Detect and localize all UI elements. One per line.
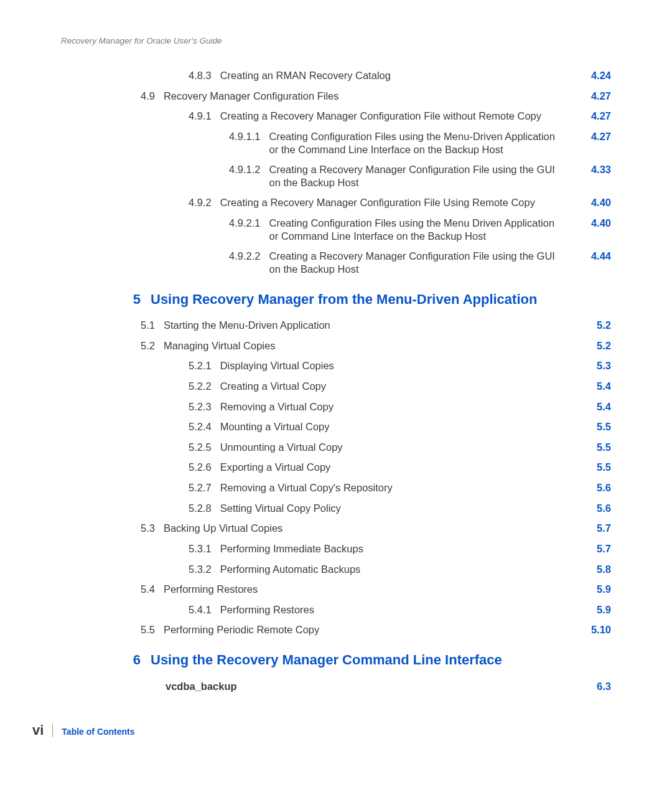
document-page: Recovery Manager for Oracle User's Guide…	[0, 0, 672, 807]
toc-chapter-number: 6	[121, 651, 141, 669]
toc-entry-label: Performing Periodic Remote Copy	[164, 623, 574, 636]
toc-entry[interactable]: 5.2.6Exporting a Virtual Copy5.5	[61, 461, 611, 474]
toc-entry-label: Managing Virtual Copies	[164, 339, 574, 352]
toc-entry-page: 5.2	[574, 339, 611, 352]
toc-entry-number: 5.2.1	[189, 359, 220, 372]
toc-entry-label: Performing Restores	[220, 603, 574, 616]
toc-entry[interactable]: 5.2.7Removing a Virtual Copy's Repositor…	[61, 481, 611, 494]
toc-entry-page: 5.4	[574, 380, 611, 393]
toc-entry-number: 5.4	[141, 583, 164, 596]
toc-chapter-title: Using the Recovery Manager Command Line …	[141, 651, 502, 669]
toc-entry[interactable]: 5.3.1Performing Immediate Backups5.7	[61, 542, 611, 555]
toc-entry-number: 4.9.1.1	[229, 130, 269, 143]
toc-entry-label: Performing Immediate Backups	[220, 542, 574, 555]
toc-entry-number: 4.9	[141, 90, 164, 103]
toc-entry-number: 5.2.2	[189, 380, 220, 393]
toc-entry-number: 5.2.3	[189, 400, 220, 413]
toc-entry[interactable]: 4.9.2Creating a Recovery Manager Configu…	[61, 196, 611, 209]
toc-entry-number: 5.2	[141, 339, 164, 352]
toc-entry-page: 4.44	[574, 250, 611, 263]
toc-entry-label: Unmounting a Virtual Copy	[220, 441, 574, 454]
toc-chapter-number: 5	[121, 291, 141, 308]
toc-entry[interactable]: 5.2Managing Virtual Copies5.2	[61, 339, 611, 352]
toc-entry-label: Performing Restores	[164, 583, 574, 596]
toc-entry[interactable]: vcdba_backup6.3	[61, 680, 611, 693]
toc-entry-number: 5.4.1	[189, 603, 220, 616]
toc-entry-page: 4.27	[574, 110, 611, 123]
toc-entry-page: 4.27	[574, 130, 611, 143]
toc-entry-page: 5.9	[574, 603, 611, 616]
toc-entry[interactable]: 5.2.8Setting Virtual Copy Policy5.6	[61, 502, 611, 515]
toc-entry-page: 5.6	[574, 502, 611, 515]
toc-entry-label: Removing a Virtual Copy	[220, 400, 574, 413]
toc-entry-page: 5.5	[574, 420, 611, 433]
toc-chapter[interactable]: 6Using the Recovery Manager Command Line…	[61, 651, 611, 669]
toc-chapter[interactable]: 5Using Recovery Manager from the Menu-Dr…	[61, 291, 611, 308]
toc-entry[interactable]: 5.2.4Mounting a Virtual Copy5.5	[61, 420, 611, 433]
toc-entry[interactable]: 4.9.1.1Creating Configuration Files usin…	[61, 130, 611, 156]
toc-entry-number: 4.9.2.2	[229, 250, 269, 263]
toc-entry-page: 4.40	[574, 217, 611, 230]
toc-entry-number: 5.1	[141, 319, 164, 332]
toc-entry-number: 5.2.5	[189, 441, 220, 454]
toc-entry[interactable]: 4.9.1.2Creating a Recovery Manager Confi…	[61, 163, 611, 189]
toc-entry-number: 5.2.4	[189, 420, 220, 433]
toc-entry-label: Creating a Recovery Manager Configuratio…	[269, 250, 574, 275]
toc-entry-label: Mounting a Virtual Copy	[220, 420, 574, 433]
toc-entry-label: Creating an RMAN Recovery Catalog	[220, 69, 574, 82]
toc-entry-label: Backing Up Virtual Copies	[164, 522, 574, 535]
toc-entry-number: 5.2.7	[189, 481, 220, 494]
toc-entry[interactable]: 5.1Starting the Menu-Driven Application5…	[61, 319, 611, 332]
toc-entry[interactable]: 4.8.3Creating an RMAN Recovery Catalog4.…	[61, 69, 611, 82]
toc-entry-page: 5.2	[574, 319, 611, 332]
toc-chapter-title: Using Recovery Manager from the Menu-Dri…	[141, 291, 537, 308]
toc-entry-page: 4.33	[574, 163, 611, 176]
toc-entry-page: 5.8	[574, 563, 611, 576]
toc-entry-page: 5.7	[574, 522, 611, 535]
page-number: vi	[32, 722, 44, 739]
toc-entry[interactable]: 4.9.2.1Creating Configuration Files usin…	[61, 217, 611, 242]
toc-entry[interactable]: 4.9.2.2Creating a Recovery Manager Confi…	[61, 250, 611, 275]
toc-entry-label: vcdba_backup	[166, 680, 574, 693]
toc-entry-number: 5.2.6	[189, 461, 220, 474]
table-of-contents: 4.8.3Creating an RMAN Recovery Catalog4.…	[61, 69, 611, 692]
toc-entry-number: 5.2.8	[189, 502, 220, 515]
toc-entry-number: 5.3	[141, 522, 164, 535]
toc-entry-number: 4.9.1.2	[229, 163, 269, 176]
toc-entry[interactable]: 5.4.1Performing Restores5.9	[61, 603, 611, 616]
toc-entry-page: 4.27	[574, 90, 611, 103]
toc-entry[interactable]: 4.9.1Creating a Recovery Manager Configu…	[61, 110, 611, 123]
footer-label: Table of Contents	[62, 727, 134, 737]
toc-entry-label: Removing a Virtual Copy's Repository	[220, 481, 574, 494]
toc-entry-page: 5.10	[574, 623, 611, 636]
toc-entry-page: 5.5	[574, 441, 611, 454]
toc-entry-number: 4.8.3	[189, 69, 220, 82]
running-header: Recovery Manager for Oracle User's Guide	[61, 36, 611, 45]
toc-entry[interactable]: 4.9Recovery Manager Configuration Files4…	[61, 90, 611, 103]
toc-entry-number: 4.9.1	[189, 110, 220, 123]
toc-entry[interactable]: 5.4Performing Restores5.9	[61, 583, 611, 596]
toc-entry-page: 5.7	[574, 542, 611, 555]
toc-entry[interactable]: 5.2.1Displaying Virtual Copies5.3	[61, 359, 611, 372]
toc-entry-number: 5.5	[141, 623, 164, 636]
toc-entry-label: Creating a Recovery Manager Configuratio…	[220, 196, 574, 209]
toc-entry[interactable]: 5.3Backing Up Virtual Copies5.7	[61, 522, 611, 535]
toc-entry[interactable]: 5.2.5Unmounting a Virtual Copy5.5	[61, 441, 611, 454]
toc-entry-page: 4.40	[574, 196, 611, 209]
toc-entry-label: Creating Configuration Files using the M…	[269, 130, 574, 156]
toc-entry[interactable]: 5.2.3Removing a Virtual Copy5.4	[61, 400, 611, 413]
toc-entry-page: 5.9	[574, 583, 611, 596]
page-footer: vi Table of Contents	[32, 722, 135, 739]
toc-entry-number: 5.3.2	[189, 563, 220, 576]
toc-entry-label: Exporting a Virtual Copy	[220, 461, 574, 474]
toc-entry-label: Recovery Manager Configuration Files	[164, 90, 574, 103]
toc-entry-label: Displaying Virtual Copies	[220, 359, 574, 372]
toc-entry-label: Setting Virtual Copy Policy	[220, 502, 574, 515]
toc-entry[interactable]: 5.5Performing Periodic Remote Copy5.10	[61, 623, 611, 636]
toc-entry-label: Creating a Recovery Manager Configuratio…	[220, 110, 574, 123]
toc-entry[interactable]: 5.3.2Performing Automatic Backups5.8	[61, 563, 611, 576]
toc-entry-page: 6.3	[574, 680, 611, 693]
toc-entry[interactable]: 5.2.2Creating a Virtual Copy5.4	[61, 380, 611, 393]
toc-entry-number: 4.9.2	[189, 196, 220, 209]
toc-entry-number: 5.3.1	[189, 542, 220, 555]
